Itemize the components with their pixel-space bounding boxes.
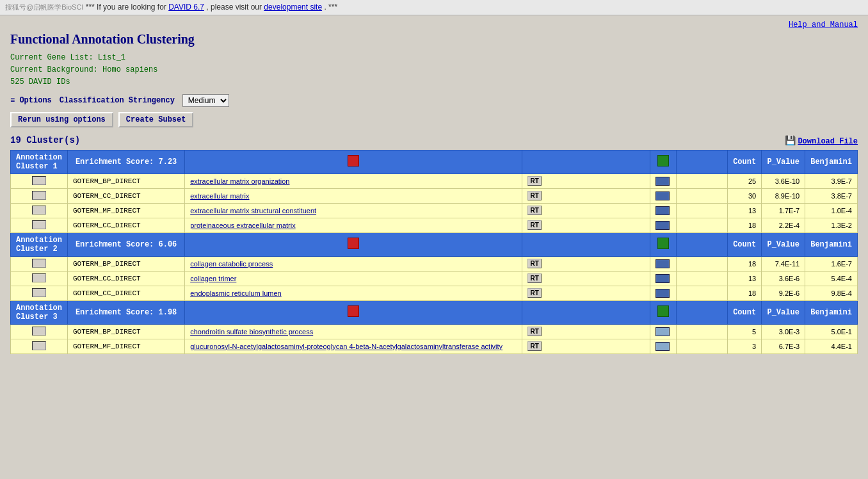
help-manual-link[interactable]: Help and Manual [789,20,858,29]
checkbox-2-2[interactable] [32,273,46,282]
checkbox-1-4[interactable] [32,220,46,229]
button-row: Rerun using options Create Subset [10,112,858,127]
clusters-count: 19 Cluster(s) [10,135,80,145]
rt-btn-1-1[interactable]: RT [522,174,650,188]
rt-btn-1-2[interactable]: RT [522,188,650,203]
cluster-2-col-count: Count [728,232,762,256]
rt-btn-2-1[interactable]: RT [522,256,650,271]
dev-site-link[interactable]: development site [264,3,322,12]
cluster-3-spacer [522,300,650,324]
cluster-1-icon-red[interactable] [185,150,522,174]
table-row: GOTERM_CC_DIRECT extracellular matrix RT… [11,188,858,203]
cluster-1-col-pval: P_Value [762,150,805,174]
rt-btn-2-2[interactable]: RT [522,271,650,286]
table-row: GOTERM_CC_DIRECT endoplasmic reticulum l… [11,286,858,300]
rerun-button[interactable]: Rerun using options [10,112,113,127]
rt-btn-3-1[interactable]: RT [522,324,650,339]
table-row: GOTERM_BP_DIRECT chondroitin sulfate bio… [11,324,858,339]
options-row: ≡ Options Classification Stringency Medi… [10,94,858,107]
cluster-2-title: Annotation Cluster 2 [11,232,68,256]
count-2-3: 18 [728,286,762,300]
cluster-2-col-pval: P_Value [762,232,805,256]
create-subset-button[interactable]: Create Subset [118,112,194,127]
benj-2-3: 9.8E-4 [805,286,858,300]
david-link[interactable]: DAVID 6.7 [168,3,204,12]
rt-btn-1-3[interactable]: RT [522,203,650,218]
download-file-link[interactable]: Download File [798,137,858,146]
pval-1-4: 2.2E-4 [762,218,805,232]
spacer-3-1 [677,324,728,339]
cluster-1-score: Enrichment Score: 7.23 [68,150,185,174]
checkbox-3-2[interactable] [32,341,46,350]
benj-1-4: 1.3E-2 [805,218,858,232]
help-link-row: Help and Manual [10,20,858,29]
pval-2-2: 3.6E-6 [762,271,805,286]
benj-2-2: 5.4E-4 [805,271,858,286]
checkbox-2-3[interactable] [32,288,46,297]
benj-3-1: 5.0E-1 [805,324,858,339]
spacer-1-4 [677,218,728,232]
spacer-2-2 [677,271,728,286]
cluster-2-icon-red[interactable] [185,232,522,256]
cluster-2-header: Annotation Cluster 2 Enrichment Score: 6… [11,232,858,256]
term-2-1: collagen catabolic process [185,256,522,271]
checkbox-1-3[interactable] [32,206,46,215]
david-ids: 525 DAVID IDs [10,76,858,88]
rt-btn-1-4[interactable]: RT [522,218,650,232]
options-label[interactable]: ≡ Options [10,96,52,105]
cluster-3-icon-red[interactable] [185,300,522,324]
cluster-3-col-pval: P_Value [762,300,805,324]
count-1-1: 25 [728,174,762,188]
chart-1-3 [650,203,677,218]
chart-2-2 [650,271,677,286]
benj-3-2: 4.4E-1 [805,339,858,353]
benj-1-3: 1.0E-4 [805,203,858,218]
category-3-2: GOTERM_MF_DIRECT [68,339,185,353]
watermark-text: 搜狐号@启帆医学BioSCI [5,3,83,11]
cluster-1-icon-green[interactable] [650,150,677,174]
chart-2-1 [650,256,677,271]
middle-text: , please visit our [206,3,264,12]
rt-btn-3-2[interactable]: RT [522,339,650,353]
checkbox-1-1[interactable] [32,176,46,185]
benj-1-2: 3.8E-7 [805,188,858,203]
checkbox-1-2[interactable] [32,191,46,200]
term-2-3: endoplasmic reticulum lumen [185,286,522,300]
table-row: GOTERM_BP_DIRECT extracellular matrix or… [11,174,858,188]
count-1-4: 18 [728,218,762,232]
cluster-3-title: Annotation Cluster 3 [11,300,68,324]
pval-1-1: 3.6E-10 [762,174,805,188]
spacer-1-3 [677,203,728,218]
term-3-2: glucuronosyl-N-acetylgalactosaminyl-prot… [185,339,522,353]
stringency-select[interactable]: Medium Low High [182,94,229,107]
benj-1-1: 3.9E-7 [805,174,858,188]
stringency-label: Classification Stringency [60,96,175,105]
pval-1-3: 1.7E-7 [762,203,805,218]
pval-3-1: 3.0E-3 [762,324,805,339]
count-1-3: 13 [728,203,762,218]
pval-2-1: 7.4E-11 [762,256,805,271]
cluster-2-spacer [522,232,650,256]
count-3-1: 5 [728,324,762,339]
cluster-2-score: Enrichment Score: 6.06 [68,232,185,256]
count-3-2: 3 [728,339,762,353]
cluster-3-header: Annotation Cluster 3 Enrichment Score: 1… [11,300,858,324]
chart-1-4 [650,218,677,232]
category-2-2: GOTERM_CC_DIRECT [68,271,185,286]
rt-btn-2-3[interactable]: RT [522,286,650,300]
term-1-3: extracellular matrix structural constitu… [185,203,522,218]
category-1-2: GOTERM_CC_DIRECT [68,188,185,203]
chart-3-2 [650,339,677,353]
benj-2-1: 1.6E-7 [805,256,858,271]
checkbox-2-1[interactable] [32,259,46,268]
cluster-2-col-benj: Benjamini [805,232,858,256]
cluster-2-icon-green[interactable] [650,232,677,256]
cluster-3-score: Enrichment Score: 1.98 [68,300,185,324]
cluster-1-spacer [522,150,650,174]
table-row: GOTERM_BP_DIRECT collagen catabolic proc… [11,256,858,271]
checkbox-3-1[interactable] [32,327,46,336]
end-text: . *** [324,3,337,12]
spacer-2-1 [677,256,728,271]
current-gene-list: Current Gene List: List_1 [10,52,858,64]
cluster-3-icon-green[interactable] [650,300,677,324]
